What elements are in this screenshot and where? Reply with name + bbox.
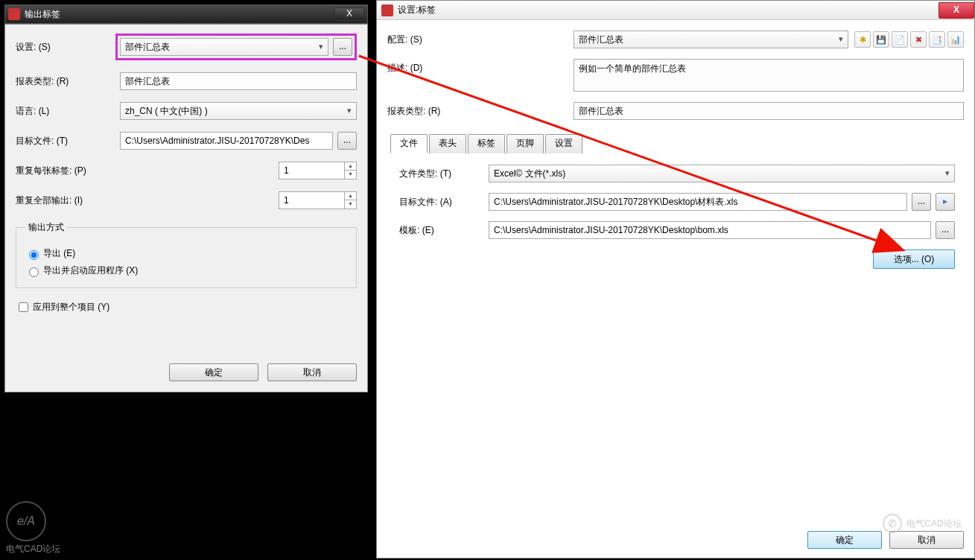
dialog2-titlebar[interactable]: 设置:标签 X bbox=[377, 1, 974, 20]
report-type-value: 部件汇总表 bbox=[579, 105, 623, 118]
close-button[interactable]: X bbox=[334, 7, 364, 21]
watermark-logo-icon: e/A bbox=[6, 501, 46, 541]
ok-button[interactable]: 确定 bbox=[807, 531, 882, 549]
ok-button[interactable]: 确定 bbox=[169, 363, 258, 381]
language-label: 语言: (L) bbox=[16, 105, 120, 118]
radio-export[interactable] bbox=[29, 250, 39, 260]
target-file-label: 目标文件: (A) bbox=[399, 196, 489, 209]
template-value: C:\Users\Administrator.JISU-20170728YK\D… bbox=[494, 225, 728, 235]
close-button[interactable]: X bbox=[939, 2, 974, 19]
export-icon[interactable]: 📊 bbox=[947, 31, 964, 48]
output-mode-group: 输出方式 导出 (E) 导出并启动应用程序 (X) bbox=[16, 221, 357, 288]
setting-combo[interactable]: 部件汇总表 bbox=[120, 38, 328, 56]
target-browse-button[interactable]: ... bbox=[337, 132, 357, 150]
apply-project-label: 应用到整个项目 (Y) bbox=[33, 301, 109, 314]
dialog1-title: 输出标签 bbox=[25, 8, 334, 21]
target-play-button[interactable]: ▸ bbox=[936, 193, 955, 211]
output-mode-legend: 输出方式 bbox=[25, 221, 67, 234]
file-type-label: 文件类型: (T) bbox=[399, 168, 489, 180]
tab-panel: 文件 表头 标签 页脚 设置 文件类型: (T) Excel© 文件(*.xls… bbox=[390, 133, 964, 278]
tab-header[interactable]: 表头 bbox=[429, 134, 466, 153]
target-file-value: C:\Users\Administrator.JISU-20170728YK\D… bbox=[494, 196, 737, 209]
setting-value: 部件汇总表 bbox=[125, 41, 170, 54]
import-icon[interactable]: 📑 bbox=[929, 31, 945, 48]
radio-export-label: 导出 (E) bbox=[43, 247, 75, 260]
wechat-icon: ✆ bbox=[883, 514, 902, 533]
tab-footer[interactable]: 页脚 bbox=[506, 134, 544, 153]
watermark-left-text: 电气CAD论坛 bbox=[6, 543, 60, 556]
language-value: zh_CN ( 中文(中国) ) bbox=[125, 105, 208, 118]
report-type-field: 部件汇总表 bbox=[120, 72, 357, 90]
report-type-label: 报表类型: (R) bbox=[16, 75, 120, 88]
repeat-each-value: 1 bbox=[284, 165, 289, 176]
cancel-button[interactable]: 取消 bbox=[889, 531, 964, 549]
target-file-value: C:\Users\Administrator.JISU-20170728YK\D… bbox=[125, 136, 309, 146]
description-value: 例如一个简单的部件汇总表 bbox=[579, 63, 686, 75]
save-icon[interactable]: 💾 bbox=[873, 31, 889, 48]
tab-content-file: 文件类型: (T) Excel© 文件(*.xls) 目标文件: (A) C:\… bbox=[390, 153, 964, 278]
spinner-buttons[interactable]: ▲▼ bbox=[344, 192, 356, 209]
tab-settings[interactable]: 设置 bbox=[545, 134, 582, 153]
spinner-buttons[interactable]: ▲▼ bbox=[344, 162, 356, 179]
repeat-each-label: 重复每张标签: (P) bbox=[16, 165, 279, 177]
file-type-value: Excel© 文件(*.xls) bbox=[494, 168, 565, 180]
template-input[interactable]: C:\Users\Administrator.JISU-20170728YK\D… bbox=[489, 221, 931, 239]
tab-file[interactable]: 文件 bbox=[390, 134, 428, 153]
options-button[interactable]: 选项... (O) bbox=[873, 249, 955, 269]
new-icon[interactable]: ✱ bbox=[854, 31, 871, 48]
watermark-left: e/A 电气CAD论坛 bbox=[6, 501, 60, 556]
tab-strip: 文件 表头 标签 页脚 设置 bbox=[390, 134, 964, 153]
report-type-field: 部件汇总表 bbox=[574, 102, 964, 120]
setting-highlight: 部件汇总表 ... bbox=[115, 34, 357, 60]
report-type-label: 报表类型: (R) bbox=[387, 102, 574, 118]
description-label: 描述: (D) bbox=[387, 59, 574, 74]
repeat-all-spinner[interactable]: 1 ▲▼ bbox=[279, 191, 357, 209]
description-textarea[interactable]: 例如一个简单的部件汇总表 bbox=[574, 59, 964, 92]
radio-export-row[interactable]: 导出 (E) bbox=[25, 247, 347, 260]
target-file-label: 目标文件: (T) bbox=[16, 135, 120, 147]
config-combo[interactable]: 部件汇总表 bbox=[574, 31, 848, 48]
watermark-right-text: 电气CAD论坛 bbox=[906, 518, 962, 530]
language-combo[interactable]: zh_CN ( 中文(中国) ) bbox=[120, 102, 357, 120]
dialog2-title: 设置:标签 bbox=[398, 4, 939, 16]
dialog2-body: 配置: (S) 部件汇总表 ✱ 💾 📄 ✖ 📑 📊 描述: (D) 例如一个简单… bbox=[377, 20, 974, 558]
target-browse-button[interactable]: ... bbox=[912, 193, 931, 211]
apply-project-checkbox[interactable] bbox=[19, 302, 28, 312]
target-file-input[interactable]: C:\Users\Administrator.JISU-20170728YK\D… bbox=[120, 132, 333, 150]
repeat-each-spinner[interactable]: 1 ▲▼ bbox=[279, 162, 357, 179]
watermark-right: ✆ 电气CAD论坛 bbox=[883, 514, 962, 533]
repeat-all-value: 1 bbox=[284, 195, 289, 206]
delete-icon[interactable]: ✖ bbox=[910, 31, 927, 48]
config-value: 部件汇总表 bbox=[579, 34, 623, 46]
app-icon bbox=[381, 4, 393, 16]
template-label: 模板: (E) bbox=[399, 224, 489, 237]
report-type-value: 部件汇总表 bbox=[125, 75, 170, 88]
template-browse-button[interactable]: ... bbox=[936, 221, 955, 239]
app-icon bbox=[8, 8, 20, 20]
config-toolbar: ✱ 💾 📄 ✖ 📑 📊 bbox=[854, 31, 964, 48]
settings-label-dialog: 设置:标签 X 配置: (S) 部件汇总表 ✱ 💾 📄 ✖ 📑 📊 描述: (D… bbox=[376, 0, 975, 559]
setting-label: 设置: (S) bbox=[16, 41, 120, 54]
radio-export-launch-label: 导出并启动应用程序 (X) bbox=[43, 264, 138, 277]
tab-label[interactable]: 标签 bbox=[468, 134, 505, 153]
dialog1-titlebar[interactable]: 输出标签 X bbox=[4, 4, 368, 24]
radio-export-launch-row[interactable]: 导出并启动应用程序 (X) bbox=[25, 264, 347, 277]
output-label-dialog: 输出标签 X 设置: (S) 部件汇总表 ... 报表类型: (R) 部件汇总表… bbox=[4, 4, 369, 559]
setting-browse-button[interactable]: ... bbox=[333, 38, 352, 56]
copy-icon[interactable]: 📄 bbox=[892, 31, 908, 48]
apply-project-row[interactable]: 应用到整个项目 (Y) bbox=[16, 300, 357, 314]
target-file-input[interactable]: C:\Users\Administrator.JISU-20170728YK\D… bbox=[489, 193, 907, 211]
file-type-combo[interactable]: Excel© 文件(*.xls) bbox=[489, 165, 955, 182]
config-label: 配置: (S) bbox=[387, 31, 574, 46]
repeat-all-label: 重复全部输出: (I) bbox=[16, 194, 279, 207]
radio-export-launch[interactable] bbox=[29, 267, 39, 277]
cancel-button[interactable]: 取消 bbox=[267, 363, 357, 381]
dialog1-body: 设置: (S) 部件汇总表 ... 报表类型: (R) 部件汇总表 语言: (L… bbox=[4, 24, 368, 392]
